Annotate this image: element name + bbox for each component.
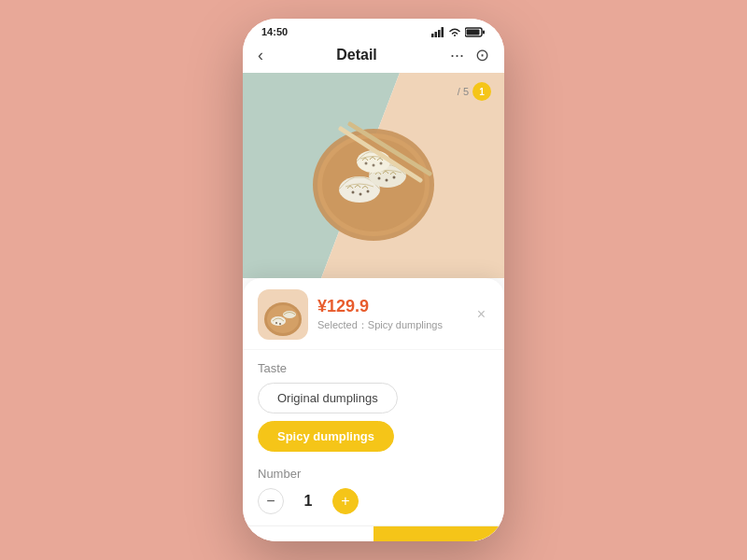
more-button[interactable]: ··· <box>450 46 464 65</box>
quantity-control: − 1 + <box>258 488 489 514</box>
svg-point-19 <box>365 162 368 165</box>
selected-prefix: Selected： <box>317 319 368 330</box>
thumbnail-illustration <box>260 291 306 338</box>
action-bar: + Add to Cart Buy now <box>243 525 504 541</box>
svg-point-20 <box>373 164 375 167</box>
taste-option-original[interactable]: Original dumplings <box>258 383 398 413</box>
close-button[interactable]: × <box>473 302 489 327</box>
taste-options: Original dumplings Spicy dumplings <box>258 383 489 452</box>
selected-label: Selected：Spicy dumplings <box>317 318 464 332</box>
svg-point-28 <box>279 323 281 325</box>
svg-point-11 <box>352 191 355 194</box>
taste-option-spicy[interactable]: Spicy dumplings <box>258 421 394 452</box>
quantity-value: 1 <box>299 493 317 510</box>
svg-point-21 <box>380 162 383 165</box>
status-icons <box>431 27 486 37</box>
quantity-decrease-button[interactable]: − <box>258 488 284 514</box>
quantity-section: Number − 1 + <box>243 459 504 525</box>
svg-rect-1 <box>435 32 438 37</box>
taste-label: Taste <box>258 361 489 375</box>
nav-bar: ‹ Detail ··· ⊙ <box>243 41 504 73</box>
svg-rect-5 <box>467 29 480 35</box>
svg-point-12 <box>359 193 362 196</box>
svg-point-16 <box>386 179 388 182</box>
buy-now-button[interactable]: Buy now <box>374 526 504 541</box>
svg-rect-6 <box>483 30 485 34</box>
wifi-icon <box>448 27 461 37</box>
battery-icon <box>465 27 486 37</box>
svg-point-18 <box>357 150 390 173</box>
quantity-label: Number <box>258 467 489 481</box>
back-button[interactable]: ‹ <box>258 46 263 65</box>
svg-rect-3 <box>442 27 444 37</box>
bottom-sheet: ¥129.9 Selected：Spicy dumplings × Taste … <box>243 278 504 541</box>
svg-point-15 <box>378 177 381 180</box>
taste-section: Taste Original dumplings Spicy dumplings <box>243 350 504 459</box>
signal-icon <box>431 27 444 37</box>
quantity-increase-button[interactable]: + <box>332 488 359 514</box>
product-illustration <box>299 101 448 250</box>
page-indicator-total: / 5 <box>458 86 469 97</box>
svg-rect-0 <box>431 34 434 37</box>
product-thumbnail <box>258 289 308 340</box>
selection-header: ¥129.9 Selected：Spicy dumplings × <box>243 278 504 350</box>
svg-point-13 <box>367 190 370 193</box>
page-title: Detail <box>336 47 377 63</box>
svg-rect-2 <box>438 30 441 37</box>
svg-point-27 <box>275 322 277 324</box>
status-time: 14:50 <box>261 26 288 37</box>
product-price: ¥129.9 <box>317 297 464 316</box>
selection-info: ¥129.9 Selected：Spicy dumplings <box>317 297 464 332</box>
status-bar: 14:50 <box>243 19 504 41</box>
svg-point-17 <box>393 176 396 179</box>
page-indicator-current: 1 <box>472 82 491 101</box>
location-button[interactable]: ⊙ <box>475 45 489 65</box>
add-to-cart-button[interactable]: + Add to Cart <box>243 526 374 541</box>
phone-frame: 14:50 ‹ Detail <box>243 19 504 541</box>
nav-right: ··· ⊙ <box>450 45 489 65</box>
selected-value: Spicy dumplings <box>368 319 443 330</box>
product-image-area: 1 / 5 <box>243 73 504 278</box>
